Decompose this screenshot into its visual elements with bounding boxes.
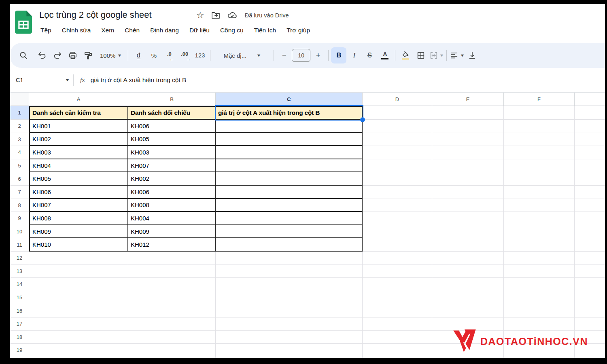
cell-G14[interactable] [575,278,605,291]
text-color-button[interactable]: A [377,47,393,63]
cell-D15[interactable] [363,291,432,305]
cell-C12[interactable] [216,252,363,265]
cell-E9[interactable] [432,212,504,225]
cell-F19[interactable] [504,344,575,357]
cell-E2[interactable] [432,120,504,133]
menu-insert[interactable]: Chèn [121,25,143,36]
cell-D5[interactable] [363,159,432,173]
row-header-20[interactable]: 20 [10,357,29,358]
font-size-input[interactable]: 10 [292,49,310,62]
row-header-7[interactable]: 7 [10,186,29,199]
cell-D2[interactable] [363,120,432,133]
cell-D1[interactable] [363,106,432,120]
cell-D19[interactable] [363,344,432,357]
cell-D14[interactable] [363,278,432,291]
cell-F1[interactable] [504,106,575,120]
cell-G16[interactable] [575,304,605,317]
row-header-10[interactable]: 10 [10,225,29,239]
cell-A8[interactable]: KH007 [29,199,128,212]
cell-B1[interactable]: Danh sách đối chiếu [128,106,216,120]
cell-D20[interactable] [363,357,432,358]
row-header-1[interactable]: 1 [10,106,29,120]
cell-C20[interactable] [216,357,363,358]
cell-E1[interactable] [432,106,504,120]
column-header-F[interactable]: F [504,93,575,106]
cell-F9[interactable] [504,212,575,225]
cell-A16[interactable] [29,304,128,317]
cell-B6[interactable]: KH002 [128,172,216,186]
cell-B14[interactable] [128,278,216,291]
menu-tools[interactable]: Công cụ [216,25,247,36]
cell-E12[interactable] [432,252,504,265]
cell-G19[interactable] [575,344,605,357]
cell-C6[interactable] [216,172,363,186]
cell-D3[interactable] [363,133,432,146]
cell-G3[interactable] [575,133,605,146]
vertical-align-button[interactable] [465,47,480,63]
merge-cells-button[interactable]: ▼ [429,47,444,63]
cell-F14[interactable] [504,278,575,291]
cell-B20[interactable] [128,357,216,358]
cell-G10[interactable] [575,225,605,239]
cell-D18[interactable] [363,331,432,344]
cell-A20[interactable] [29,357,128,358]
horizontal-align-button[interactable]: ▼ [449,47,465,63]
menu-file[interactable]: Tệp [37,25,55,36]
menu-view[interactable]: Xem [98,25,118,36]
cell-F17[interactable] [504,317,575,331]
cell-B10[interactable]: KH009 [128,225,216,239]
cell-D17[interactable] [363,317,432,331]
cell-F20[interactable] [504,357,575,358]
cell-D8[interactable] [363,199,432,212]
menu-format[interactable]: Định dạng [146,25,183,36]
cell-D12[interactable] [363,252,432,265]
cell-D11[interactable] [363,238,432,252]
cell-F12[interactable] [504,252,575,265]
font-family-selector[interactable]: Mặc đị... ▼ [213,47,271,63]
menu-help[interactable]: Trợ giúp [283,25,314,36]
cell-F11[interactable] [504,238,575,252]
cloud-saved-icon[interactable] [227,11,238,20]
column-header-D[interactable]: D [363,93,432,106]
cell-A3[interactable]: KH002 [29,133,128,146]
cell-C13[interactable] [216,265,363,278]
google-sheets-logo-icon[interactable] [15,11,32,34]
cell-G11[interactable] [575,238,605,252]
cell-E3[interactable] [432,133,504,146]
column-header-partial[interactable] [575,93,605,106]
formula-input[interactable]: giá trị ở cột A xuất hiện trong cột B [91,76,187,84]
cell-C17[interactable] [216,317,363,331]
cell-C7[interactable] [216,186,363,199]
cell-E14[interactable] [432,278,504,291]
cell-G4[interactable] [575,146,605,159]
cell-D4[interactable] [363,146,432,159]
cell-D7[interactable] [363,186,432,199]
cell-C16[interactable] [216,304,363,317]
cell-D16[interactable] [363,304,432,317]
cell-E19[interactable] [432,344,504,357]
increase-font-size-button[interactable]: + [310,47,326,63]
cell-B9[interactable]: KH004 [128,212,216,225]
cell-F5[interactable] [504,159,575,173]
row-header-13[interactable]: 13 [10,265,29,278]
cell-E17[interactable] [432,317,504,331]
cell-F2[interactable] [504,120,575,133]
cell-A4[interactable]: KH003 [29,146,128,159]
italic-button[interactable]: I [346,47,362,63]
cell-F8[interactable] [504,199,575,212]
cell-E8[interactable] [432,199,504,212]
fill-color-button[interactable] [398,47,413,63]
cell-F3[interactable] [504,133,575,146]
cell-F10[interactable] [504,225,575,239]
cell-E11[interactable] [432,238,504,252]
row-header-19[interactable]: 19 [10,344,29,357]
cell-B13[interactable] [128,265,216,278]
column-header-B[interactable]: B [128,93,216,106]
cell-C19[interactable] [216,344,363,357]
cell-B3[interactable]: KH005 [128,133,216,146]
row-header-12[interactable]: 12 [10,252,29,265]
cell-E15[interactable] [432,291,504,305]
star-icon[interactable]: ☆ [196,11,204,20]
cell-F4[interactable] [504,146,575,159]
cell-F15[interactable] [504,291,575,305]
